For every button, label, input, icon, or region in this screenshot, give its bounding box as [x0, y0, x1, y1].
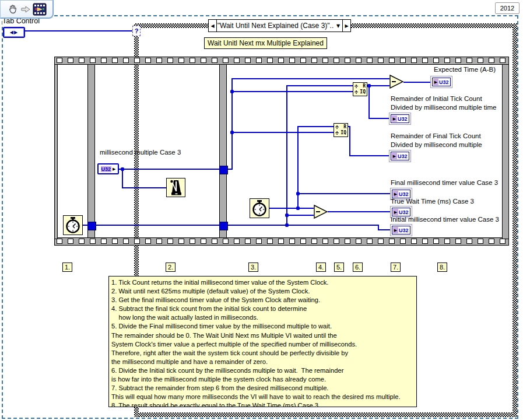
explanation-comment-box: 1. Tick Count returns the initial millis…	[108, 276, 417, 407]
indicator-in-arrow-icon: ▶	[433, 79, 438, 85]
subtract-b-bottom-wire[interactable]	[286, 215, 314, 216]
wire-junction	[296, 206, 300, 210]
hand-tool-icon[interactable]	[7, 4, 19, 15]
remainder-a-wire[interactable]	[368, 118, 391, 119]
indicator-type: U32	[399, 228, 409, 233]
tick-count-icon[interactable]	[63, 215, 83, 235]
quotient-glyph: IQ	[341, 130, 346, 136]
sequence-border-top	[54, 57, 509, 65]
remainder-b-wire[interactable]	[349, 155, 391, 156]
divide-glyph: ÷	[354, 89, 358, 95]
step-label-4: 4.	[316, 262, 326, 272]
step-label-6: 6.	[353, 262, 363, 272]
indicator-in-arrow-icon: ▶	[392, 153, 397, 159]
case-structure-border-bottom	[134, 412, 517, 417]
quotient-glyph: IQ	[360, 89, 366, 95]
terminal-type: U32	[101, 166, 112, 172]
labview-block-diagram-icon[interactable]	[33, 3, 47, 16]
wire-junction	[285, 214, 289, 217]
sequence-border-bottom	[54, 237, 509, 246]
u32-indicator-remainder-initial[interactable]: ▶ U32	[391, 114, 409, 123]
subtract-node-icon[interactable]	[314, 205, 328, 219]
indicator-in-arrow-icon: ▶	[392, 116, 397, 122]
diagram-title-label: Wait Unitl Next mx Multiple Explained	[204, 37, 327, 49]
wire-junction	[367, 84, 371, 88]
arrow-tool-icon[interactable]	[20, 4, 31, 15]
wire-junction	[230, 131, 234, 134]
step-label-8: 8.	[437, 262, 447, 272]
remainder-glyph: R	[363, 83, 366, 89]
wire-junction	[230, 90, 234, 93]
remainder-glyph: R	[343, 124, 346, 130]
sequence-tunnel-tick-2[interactable]	[219, 222, 228, 230]
sequence-tunnel-ms-multiple[interactable]	[219, 166, 228, 174]
tab-control-wire[interactable]	[24, 30, 134, 32]
case-structure-border-right	[513, 23, 517, 417]
indicator-type: U32	[399, 191, 409, 197]
step-label-7: 7.	[391, 262, 401, 272]
tab-control-terminal[interactable]: ◀▶	[3, 27, 25, 38]
final-tick-vert[interactable]	[297, 126, 299, 209]
u32-indicator-remainder-final[interactable]: ▶ U32	[391, 152, 409, 160]
u32-indicator-expected-time[interactable]: ▶ U32	[432, 78, 451, 86]
tick-count-icon[interactable]	[250, 198, 269, 218]
wire-junction	[285, 223, 289, 227]
subtract-a-out-wire[interactable]	[403, 82, 432, 83]
ms-multiple-branch-v[interactable]	[122, 169, 123, 188]
labview-block-diagram: ÷R ÷IQ ÷R ÷IQ millisecond multiple Case …	[0, 0, 523, 420]
divide-glyph: ÷	[335, 130, 339, 136]
final-timer-wire[interactable]	[297, 193, 392, 194]
clock3-out-wire[interactable]	[269, 208, 314, 209]
indicator-type: U32	[439, 79, 449, 85]
case-previous-arrow[interactable]: ◀	[209, 20, 217, 32]
terminal-out-arrow-icon: ▶	[113, 167, 115, 172]
sequence-frame-separator-1	[87, 65, 95, 237]
indicator-type: U32	[398, 116, 408, 122]
indicator-label: Final millisecond timer value Case 3	[391, 178, 498, 187]
sequence-border-right	[502, 64, 509, 239]
step-label-1: 1.	[62, 262, 72, 272]
qr-a-dividend-wire[interactable]	[286, 85, 353, 86]
tick-count-wire-end[interactable]	[378, 229, 393, 230]
qr-b-divisor-wire[interactable]	[231, 132, 334, 133]
indicator-in-arrow-icon: ▶	[393, 209, 398, 215]
case-selector-terminal[interactable]: ?	[132, 26, 141, 36]
qr-a-divisor-wire[interactable]	[231, 91, 353, 92]
remainder-a-vert[interactable]	[368, 85, 370, 119]
indicator-label: True Wait Time (ms) Case 3	[391, 197, 474, 206]
indicator-type: U32	[398, 153, 408, 159]
subtract-b-out-wire[interactable]	[328, 211, 392, 212]
u32-indicator-initial-timer[interactable]: ▶ U32	[392, 226, 410, 235]
step-label-3: 3.	[248, 262, 258, 272]
ms-multiple-top-wire[interactable]	[231, 78, 389, 79]
indicator-in-arrow-icon: ▶	[393, 227, 398, 233]
wait-until-next-ms-multiple-icon[interactable]	[166, 178, 185, 197]
quotient-remainder-node[interactable]: ÷R ÷IQ	[334, 123, 348, 137]
case-next-arrow[interactable]: ▶	[342, 20, 350, 32]
control-label: millisecond multiple Case 3	[100, 148, 181, 157]
ms-multiple-wire[interactable]	[119, 169, 233, 170]
tick-count-wire[interactable]	[83, 225, 379, 226]
sequence-frame-separator-2	[219, 65, 227, 237]
ms-multiple-branch-h[interactable]	[122, 187, 166, 188]
wire-junction	[296, 192, 300, 195]
indicator-label: Initial millisecond timer value Case 3	[391, 215, 499, 224]
case-dropdown-icon[interactable]: ▼	[334, 20, 342, 32]
tools-palette	[0, 0, 54, 19]
case-selector-label[interactable]: "Wait Until Next Explained (Case 3)"..	[217, 20, 334, 32]
indicator-label: Remainder of Initial Tick Count Divided …	[391, 94, 497, 112]
qr-b-out-vert[interactable]	[349, 126, 350, 156]
quotient-remainder-node[interactable]: ÷R ÷IQ	[353, 82, 367, 96]
indicator-type: U32	[399, 209, 409, 215]
subtract-node-icon[interactable]	[389, 75, 403, 89]
indicator-in-arrow-icon: ▶	[393, 191, 398, 197]
step-label-5: 5.	[334, 262, 344, 272]
wire-junction	[121, 167, 124, 171]
sequence-border-left	[54, 64, 58, 239]
labview-version-badge: 2012	[495, 2, 520, 14]
indicator-label: Expected Time (A-B)	[434, 65, 496, 74]
sequence-tunnel-tick-1[interactable]	[87, 222, 96, 230]
initial-tick-vert[interactable]	[286, 85, 287, 226]
qr-b-dividend-wire[interactable]	[297, 126, 334, 127]
ms-multiple-control-terminal[interactable]: U32 ▶	[97, 163, 119, 174]
